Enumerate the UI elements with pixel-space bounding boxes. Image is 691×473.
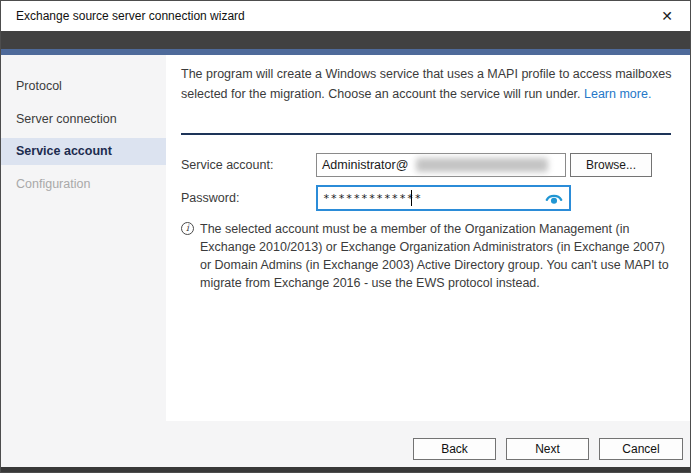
text-caret [411,190,412,206]
cancel-button[interactable]: Cancel [599,438,683,460]
sidebar-item-server-connection[interactable]: Server connection [1,106,166,133]
title-bar: Exchange source server connection wizard… [1,1,690,31]
sidebar-item-protocol[interactable]: Protocol [1,73,166,100]
close-icon[interactable]: ✕ [656,6,678,26]
password-masked-value: ************* [323,192,422,205]
section-separator [181,133,671,135]
window-bottom-edge [1,467,690,473]
service-account-input[interactable]: Administrator@ [316,153,566,177]
learn-more-link[interactable]: Learn more. [584,87,651,101]
password-label: Password: [181,191,239,205]
intro-paragraph: The program will create a Windows servic… [181,64,673,104]
wizard-dialog: Exchange source server connection wizard… [0,0,691,473]
service-account-value: Administrator@ [322,158,408,172]
window-title: Exchange source server connection wizard [16,9,245,23]
footer-bar: Back Next Cancel [1,421,690,467]
next-button[interactable]: Next [506,438,589,460]
password-input[interactable]: ************* [316,185,571,211]
browse-button[interactable]: Browse... [570,153,652,177]
sidebar-item-service-account[interactable]: Service account [1,138,166,165]
wizard-steps-sidebar: Protocol Server connection Service accou… [1,55,166,467]
service-account-label: Service account: [181,158,273,172]
back-button[interactable]: Back [413,438,496,460]
info-icon: i [181,222,194,235]
sidebar-item-configuration: Configuration [1,171,166,198]
header-dark-band [1,31,690,49]
eye-icon[interactable] [545,190,563,206]
redacted-domain [416,158,548,172]
wizard-content-pane: The program will create a Windows servic… [166,55,691,421]
info-note-text: The selected account must be a member of… [200,220,674,292]
